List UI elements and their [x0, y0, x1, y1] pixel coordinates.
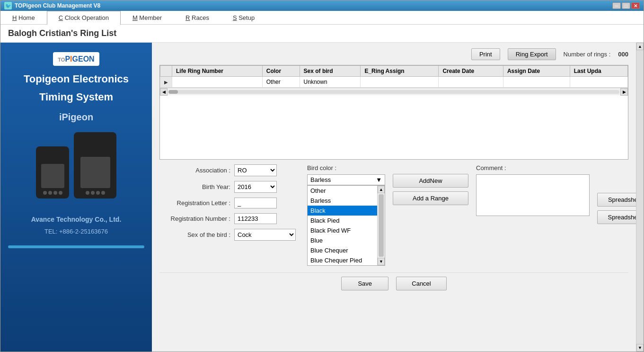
bottom-actions: Save Cancel [159, 272, 628, 290]
bird-color-label: Bird color : [307, 164, 385, 171]
cancel-button[interactable]: Cancel [396, 277, 446, 290]
reg-number-input[interactable] [234, 213, 277, 224]
color-option-barless[interactable]: Barless [308, 196, 377, 206]
device-screen-large [80, 157, 110, 188]
birth-year-label: Birth Year: [159, 183, 230, 190]
scroll-down-button[interactable]: ▼ [636, 344, 644, 352]
main-scrollbar-vertical[interactable]: ▲ ▼ [636, 43, 644, 352]
color-option-blue-chequer[interactable]: Blue Chequer [308, 245, 377, 255]
scroll-track-vertical [636, 50, 644, 344]
table-scrollbar-horizontal[interactable]: ◀ ▶ [160, 88, 628, 95]
col-last-upda: Last Upda [570, 66, 627, 77]
reg-letter-row: Registration Letter : [159, 198, 296, 208]
device-dots-large [86, 191, 105, 195]
tab-member[interactable]: M Member [121, 11, 174, 24]
add-buttons-group: AddNew Add a Range [393, 164, 468, 205]
cell-create-date [439, 77, 503, 88]
row-indicator: ▶ [160, 77, 172, 88]
association-row: Association : RO [159, 164, 296, 176]
save-button[interactable]: Save [341, 277, 388, 290]
tab-setup[interactable]: S Setup [221, 11, 266, 24]
bird-color-value: Barless [310, 176, 331, 183]
form-fields: Association : RO Birth Year: 2016 [159, 164, 296, 241]
print-button[interactable]: Print [471, 48, 500, 60]
bird-color-display[interactable]: Barless ▼ [307, 174, 385, 185]
sex-select[interactable]: Cock Hen Unknown [234, 229, 296, 241]
spreadsheet-export-button[interactable]: Spreadsheet Export [597, 210, 636, 224]
add-new-button[interactable]: AddNew [393, 174, 468, 188]
rings-count-value: 000 [618, 51, 628, 58]
page-title-bar: Balogh Cristian's Ring List [0, 25, 644, 43]
birth-year-select[interactable]: 2016 [234, 181, 277, 193]
top-controls: Print Ring Export Number of rings : 000 [159, 48, 628, 60]
scroll-track [168, 90, 619, 94]
scroll-up-button[interactable]: ▲ [636, 43, 644, 50]
brand-title-line2: Timing System [39, 91, 113, 103]
scroll-right-button[interactable]: ▶ [620, 88, 628, 96]
form-section: Association : RO Birth Year: 2016 [159, 164, 628, 266]
cell-assign-date [503, 77, 570, 88]
close-button[interactable]: ✕ [631, 2, 640, 9]
page-title: Balogh Cristian's Ring List [8, 28, 636, 38]
dropdown-scrollbar: ▲ ▼ [377, 186, 385, 265]
brand-bar [8, 245, 144, 248]
dropdown-scroll-up[interactable]: ▲ [378, 186, 385, 193]
sex-label: Sex of the bird : [159, 231, 230, 238]
tab-races[interactable]: R Races [174, 11, 221, 24]
reg-number-row: Registration Number : [159, 213, 296, 224]
cell-sex: Unknown [300, 77, 361, 88]
brand-title-line1: Topigeon Electronics [24, 72, 129, 86]
birth-year-combo: 2016 [234, 181, 277, 193]
col-life-ring: Life Ring Number [172, 66, 263, 77]
menu-bar: H Home C Clock Operation M Member R Race… [0, 11, 644, 25]
brand-tel: TEL: +886-2-25163676 [44, 228, 108, 235]
col-color: Color [262, 66, 300, 77]
col-ering: E_Ring Assign [361, 66, 439, 77]
spreadsheet-buttons-group: Spreadsheet Import Spreadsheet Export [597, 164, 636, 224]
brand-logo: TOPIGEON [58, 54, 94, 64]
cell-ering [361, 77, 439, 88]
color-option-blue-chequer-pied[interactable]: Blue Chequer Pied [308, 255, 377, 265]
col-create-date: Create Date [439, 66, 503, 77]
right-form-area: Bird color : Barless ▼ Other Barle [307, 164, 636, 266]
color-option-black-pied[interactable]: Black Pied [308, 216, 377, 226]
tab-clock-operation[interactable]: C Clock Operation [47, 11, 121, 25]
dropdown-scroll-down[interactable]: ▼ [378, 258, 385, 265]
col-sex: Sex of bird [300, 66, 361, 77]
reg-letter-label: Registration Letter : [159, 199, 230, 207]
association-select[interactable]: RO [234, 164, 277, 176]
table-row[interactable]: ▶ Other Unknown [160, 77, 628, 88]
sex-row: Sex of the bird : Cock Hen Unknown [159, 229, 296, 241]
minimize-button[interactable]: ─ [612, 2, 621, 9]
color-option-black-pied-wf[interactable]: Black Pied WF [308, 226, 377, 235]
main-content: TOPIGEON Topigeon Electronics Timing Sys… [0, 43, 644, 352]
color-option-other[interactable]: Other [308, 186, 377, 196]
cell-last-upda [570, 77, 627, 88]
main-window: 🐦 TOPigeon Club Management V8 ─ □ ✕ H Ho… [0, 0, 644, 352]
maximize-button[interactable]: □ [622, 2, 630, 9]
dropdown-items: Other Barless Black Black Pied Black Pie… [308, 186, 377, 265]
brand-ipigeon: iPigeon [59, 112, 93, 123]
color-option-blue[interactable]: Blue [308, 235, 377, 245]
color-option-black[interactable]: Black [308, 206, 377, 216]
ring-export-button[interactable]: Ring Export [508, 48, 556, 60]
comment-section: Comment : [476, 164, 590, 216]
add-range-button[interactable]: Add a Range [393, 191, 468, 205]
device-small [36, 146, 69, 199]
bird-color-list: Other Barless Black Black Pied Black Pie… [307, 185, 385, 266]
cell-color: Other [262, 77, 300, 88]
ring-table: Life Ring Number Color Sex of bird E_Rin… [159, 65, 628, 160]
ring-data-table: Life Ring Number Color Sex of bird E_Rin… [160, 65, 628, 88]
app-icon: 🐦 [4, 2, 12, 9]
reg-letter-input[interactable] [234, 198, 277, 208]
bird-color-section: Bird color : Barless ▼ Other Barle [307, 164, 385, 266]
col-assign-date: Assign Date [503, 66, 570, 77]
dropdown-scroll-thumb [379, 194, 384, 257]
dropdown-arrow-icon: ▼ [376, 176, 382, 183]
window-title: TOPigeon Club Management V8 [15, 2, 100, 9]
scroll-thumb [168, 90, 178, 94]
scroll-left-button[interactable]: ◀ [160, 88, 168, 96]
comment-textarea[interactable] [476, 174, 590, 216]
tab-home[interactable]: H Home [0, 11, 47, 24]
spreadsheet-import-button[interactable]: Spreadsheet Import [597, 193, 636, 207]
